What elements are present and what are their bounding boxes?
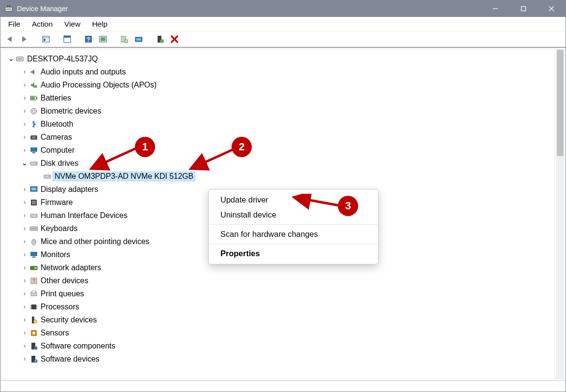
svg-rect-42 [32,201,36,204]
device-manager-window: Device Manager File Action View Help ? [0,0,566,392]
category-icon [29,289,39,299]
svg-point-69 [34,346,38,349]
chevron-icon[interactable] [21,224,28,232]
svg-rect-1 [6,8,11,10]
tree-item-label: Firmware [41,198,73,207]
tree-item-label: Monitors [41,250,70,259]
svg-text:?: ? [32,278,36,284]
computer-icon [15,54,25,64]
update-driver-button[interactable] [117,32,131,46]
menubar: File Action View Help [0,17,566,31]
chevron-icon[interactable] [21,145,28,154]
category-icon [29,315,39,325]
chevron-icon[interactable] [21,276,28,284]
category-icon [29,211,39,220]
category-icon [29,354,39,364]
chevron-icon[interactable] [21,263,28,271]
tree-item-label: Audio inputs and outputs [41,68,126,76]
menu-help[interactable]: Help [86,18,113,30]
category-icon [29,185,39,194]
tree-item-biometric-devices[interactable]: Biometric devices [5,104,553,117]
chevron-icon[interactable] [21,250,28,258]
tree-item-security-devices[interactable]: Security devices [5,313,553,326]
category-icon [29,106,39,116]
category-icon [29,67,39,77]
annotation-badge-2: 2 [232,137,252,157]
tree-item-label: Keyboards [41,224,78,233]
maximize-button[interactable] [509,0,537,17]
scrollbar-thumb[interactable] [557,50,564,156]
chevron-icon[interactable] [21,185,28,193]
tree-root-label: DESKTOP-4L537JQ [27,55,98,63]
tree-item-other-devices[interactable]: ? Other devices [5,274,553,287]
menu-action[interactable]: Action [26,18,58,30]
chevron-icon[interactable] [21,315,28,323]
properties-button[interactable] [60,32,74,46]
vertical-scrollbar[interactable] [556,49,565,379]
svg-text:?: ? [87,36,90,43]
svg-rect-50 [32,257,35,258]
tree-item-audio-inputs-and-outputs[interactable]: Audio inputs and outputs [5,65,553,78]
chevron-icon[interactable] [21,132,28,141]
tree-item-sensors[interactable]: Sensors [5,326,553,339]
tree-item-software-devices[interactable]: Software devices [5,352,553,365]
category-icon [29,132,39,142]
category-icon [29,224,39,233]
chevron-icon[interactable] [21,302,28,310]
svg-rect-28 [31,97,35,100]
chevron-icon[interactable] [21,159,28,167]
tree-item-label: Disk drives [41,159,78,168]
help-button[interactable]: ? [82,32,95,46]
context-scan-hardware[interactable]: Scan for hardware changes [209,227,378,242]
chevron-icon[interactable] [21,80,28,88]
tree-item-print-queues[interactable]: Print queues [5,287,553,300]
category-icon [29,263,39,273]
tree-root[interactable]: DESKTOP-4L537JQ [5,52,553,65]
disable-button[interactable] [168,32,181,46]
tree-item-label: Security devices [41,316,97,324]
menu-file[interactable]: File [2,18,26,30]
context-properties[interactable]: Properties [209,246,378,261]
chevron-icon[interactable] [21,198,28,206]
svg-rect-56 [32,291,36,293]
svg-rect-49 [30,252,37,256]
category-icon [29,198,39,207]
forward-button[interactable] [18,32,31,46]
tree-item-audio-processing-objects-apos-[interactable]: Audio Processing Objects (APOs) [5,78,553,91]
tree-item-label: Software components [41,342,116,350]
chevron-icon[interactable] [21,211,28,219]
uninstall-button[interactable] [132,32,145,46]
svg-rect-52 [34,267,37,269]
chevron-down-icon[interactable] [8,55,15,62]
show-hidden-button[interactable] [39,32,53,46]
chevron-icon[interactable] [21,237,28,245]
category-icon: ? [29,276,39,286]
chevron-icon[interactable] [21,289,28,297]
svg-rect-44 [30,227,38,231]
annotation-arrow-1 [87,145,141,174]
tree-item-label: Computer [41,146,74,155]
tree-item-batteries[interactable]: Batteries [5,91,553,104]
scan-button[interactable] [96,32,110,46]
tree-item-software-components[interactable]: Software components [5,339,553,352]
annotation-badge-3: 3 [338,196,358,216]
tree-item-bluetooth[interactable]: Bluetooth [5,117,553,131]
tree-item-label: Cameras [41,133,72,142]
chevron-icon[interactable] [21,354,28,363]
chevron-icon[interactable] [21,119,28,128]
minimize-button[interactable] [481,0,509,17]
back-button[interactable] [3,32,17,46]
enable-button[interactable] [153,32,167,46]
svg-rect-5 [522,7,526,11]
chevron-icon[interactable] [21,67,28,75]
chevron-icon[interactable] [21,93,28,102]
tree-item-processors[interactable]: Processors [5,300,553,313]
tree-item-cameras[interactable]: Cameras [5,131,553,144]
chevron-icon[interactable] [21,106,28,115]
chevron-icon[interactable] [21,328,28,336]
menu-view[interactable]: View [58,18,86,30]
svg-rect-10 [44,39,45,41]
svg-point-30 [32,110,35,113]
close-button[interactable] [537,0,566,17]
chevron-icon[interactable] [21,341,28,349]
